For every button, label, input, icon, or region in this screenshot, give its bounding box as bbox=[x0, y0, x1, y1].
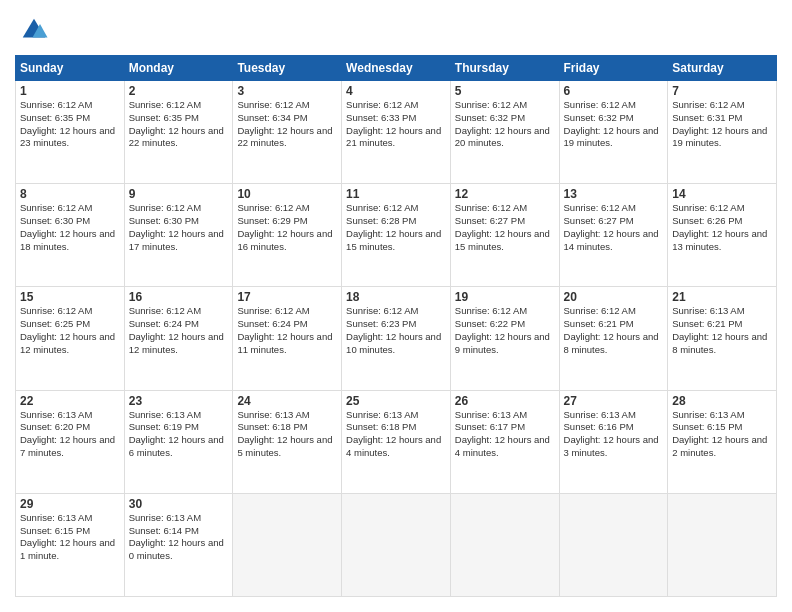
day-info: Sunrise: 6:12 AMSunset: 6:27 PMDaylight:… bbox=[564, 202, 664, 253]
day-number: 22 bbox=[20, 394, 120, 408]
calendar-week-row: 1Sunrise: 6:12 AMSunset: 6:35 PMDaylight… bbox=[16, 81, 777, 184]
day-info: Sunrise: 6:12 AMSunset: 6:21 PMDaylight:… bbox=[564, 305, 664, 356]
day-number: 17 bbox=[237, 290, 337, 304]
calendar-header-cell: Sunday bbox=[16, 56, 125, 81]
calendar-day-cell: 5Sunrise: 6:12 AMSunset: 6:32 PMDaylight… bbox=[450, 81, 559, 184]
day-number: 25 bbox=[346, 394, 446, 408]
calendar-day-cell bbox=[559, 493, 668, 596]
day-info: Sunrise: 6:12 AMSunset: 6:22 PMDaylight:… bbox=[455, 305, 555, 356]
day-info: Sunrise: 6:12 AMSunset: 6:29 PMDaylight:… bbox=[237, 202, 337, 253]
calendar-day-cell: 28Sunrise: 6:13 AMSunset: 6:15 PMDayligh… bbox=[668, 390, 777, 493]
page: SundayMondayTuesdayWednesdayThursdayFrid… bbox=[0, 0, 792, 612]
day-info: Sunrise: 6:13 AMSunset: 6:17 PMDaylight:… bbox=[455, 409, 555, 460]
calendar-day-cell bbox=[233, 493, 342, 596]
calendar-header-cell: Thursday bbox=[450, 56, 559, 81]
day-number: 8 bbox=[20, 187, 120, 201]
day-number: 27 bbox=[564, 394, 664, 408]
day-info: Sunrise: 6:12 AMSunset: 6:24 PMDaylight:… bbox=[237, 305, 337, 356]
calendar-day-cell: 11Sunrise: 6:12 AMSunset: 6:28 PMDayligh… bbox=[342, 184, 451, 287]
day-number: 10 bbox=[237, 187, 337, 201]
day-info: Sunrise: 6:12 AMSunset: 6:35 PMDaylight:… bbox=[20, 99, 120, 150]
calendar-header-cell: Tuesday bbox=[233, 56, 342, 81]
day-number: 4 bbox=[346, 84, 446, 98]
calendar-day-cell: 15Sunrise: 6:12 AMSunset: 6:25 PMDayligh… bbox=[16, 287, 125, 390]
calendar-day-cell: 3Sunrise: 6:12 AMSunset: 6:34 PMDaylight… bbox=[233, 81, 342, 184]
calendar-day-cell: 18Sunrise: 6:12 AMSunset: 6:23 PMDayligh… bbox=[342, 287, 451, 390]
day-info: Sunrise: 6:12 AMSunset: 6:24 PMDaylight:… bbox=[129, 305, 229, 356]
day-info: Sunrise: 6:12 AMSunset: 6:35 PMDaylight:… bbox=[129, 99, 229, 150]
calendar-day-cell bbox=[668, 493, 777, 596]
calendar-day-cell: 29Sunrise: 6:13 AMSunset: 6:15 PMDayligh… bbox=[16, 493, 125, 596]
calendar-week-row: 29Sunrise: 6:13 AMSunset: 6:15 PMDayligh… bbox=[16, 493, 777, 596]
day-info: Sunrise: 6:13 AMSunset: 6:18 PMDaylight:… bbox=[237, 409, 337, 460]
day-number: 21 bbox=[672, 290, 772, 304]
calendar-day-cell: 22Sunrise: 6:13 AMSunset: 6:20 PMDayligh… bbox=[16, 390, 125, 493]
day-info: Sunrise: 6:13 AMSunset: 6:21 PMDaylight:… bbox=[672, 305, 772, 356]
calendar-week-row: 15Sunrise: 6:12 AMSunset: 6:25 PMDayligh… bbox=[16, 287, 777, 390]
calendar-day-cell: 4Sunrise: 6:12 AMSunset: 6:33 PMDaylight… bbox=[342, 81, 451, 184]
calendar-header-cell: Monday bbox=[124, 56, 233, 81]
day-info: Sunrise: 6:13 AMSunset: 6:14 PMDaylight:… bbox=[129, 512, 229, 563]
day-info: Sunrise: 6:12 AMSunset: 6:23 PMDaylight:… bbox=[346, 305, 446, 356]
calendar-day-cell: 23Sunrise: 6:13 AMSunset: 6:19 PMDayligh… bbox=[124, 390, 233, 493]
calendar-week-row: 8Sunrise: 6:12 AMSunset: 6:30 PMDaylight… bbox=[16, 184, 777, 287]
day-number: 15 bbox=[20, 290, 120, 304]
day-number: 1 bbox=[20, 84, 120, 98]
day-number: 24 bbox=[237, 394, 337, 408]
day-info: Sunrise: 6:12 AMSunset: 6:31 PMDaylight:… bbox=[672, 99, 772, 150]
calendar-header-cell: Saturday bbox=[668, 56, 777, 81]
calendar-day-cell: 9Sunrise: 6:12 AMSunset: 6:30 PMDaylight… bbox=[124, 184, 233, 287]
day-info: Sunrise: 6:13 AMSunset: 6:20 PMDaylight:… bbox=[20, 409, 120, 460]
day-info: Sunrise: 6:12 AMSunset: 6:25 PMDaylight:… bbox=[20, 305, 120, 356]
day-info: Sunrise: 6:12 AMSunset: 6:33 PMDaylight:… bbox=[346, 99, 446, 150]
day-info: Sunrise: 6:12 AMSunset: 6:34 PMDaylight:… bbox=[237, 99, 337, 150]
logo bbox=[15, 15, 49, 45]
day-number: 6 bbox=[564, 84, 664, 98]
calendar-week-row: 22Sunrise: 6:13 AMSunset: 6:20 PMDayligh… bbox=[16, 390, 777, 493]
calendar-day-cell: 27Sunrise: 6:13 AMSunset: 6:16 PMDayligh… bbox=[559, 390, 668, 493]
day-number: 5 bbox=[455, 84, 555, 98]
calendar-day-cell: 1Sunrise: 6:12 AMSunset: 6:35 PMDaylight… bbox=[16, 81, 125, 184]
day-number: 2 bbox=[129, 84, 229, 98]
day-number: 19 bbox=[455, 290, 555, 304]
day-info: Sunrise: 6:13 AMSunset: 6:18 PMDaylight:… bbox=[346, 409, 446, 460]
calendar-day-cell: 16Sunrise: 6:12 AMSunset: 6:24 PMDayligh… bbox=[124, 287, 233, 390]
calendar-day-cell: 10Sunrise: 6:12 AMSunset: 6:29 PMDayligh… bbox=[233, 184, 342, 287]
calendar-header-cell: Friday bbox=[559, 56, 668, 81]
calendar-day-cell: 7Sunrise: 6:12 AMSunset: 6:31 PMDaylight… bbox=[668, 81, 777, 184]
day-number: 14 bbox=[672, 187, 772, 201]
calendar-day-cell: 17Sunrise: 6:12 AMSunset: 6:24 PMDayligh… bbox=[233, 287, 342, 390]
logo-icon bbox=[19, 15, 49, 45]
day-number: 30 bbox=[129, 497, 229, 511]
calendar-day-cell: 12Sunrise: 6:12 AMSunset: 6:27 PMDayligh… bbox=[450, 184, 559, 287]
day-number: 3 bbox=[237, 84, 337, 98]
day-info: Sunrise: 6:12 AMSunset: 6:27 PMDaylight:… bbox=[455, 202, 555, 253]
day-number: 7 bbox=[672, 84, 772, 98]
calendar-day-cell: 21Sunrise: 6:13 AMSunset: 6:21 PMDayligh… bbox=[668, 287, 777, 390]
calendar-table: SundayMondayTuesdayWednesdayThursdayFrid… bbox=[15, 55, 777, 597]
day-number: 12 bbox=[455, 187, 555, 201]
calendar-header-cell: Wednesday bbox=[342, 56, 451, 81]
day-number: 20 bbox=[564, 290, 664, 304]
day-number: 11 bbox=[346, 187, 446, 201]
calendar-day-cell: 2Sunrise: 6:12 AMSunset: 6:35 PMDaylight… bbox=[124, 81, 233, 184]
day-number: 23 bbox=[129, 394, 229, 408]
calendar-day-cell: 14Sunrise: 6:12 AMSunset: 6:26 PMDayligh… bbox=[668, 184, 777, 287]
calendar-day-cell: 25Sunrise: 6:13 AMSunset: 6:18 PMDayligh… bbox=[342, 390, 451, 493]
day-info: Sunrise: 6:12 AMSunset: 6:28 PMDaylight:… bbox=[346, 202, 446, 253]
day-number: 13 bbox=[564, 187, 664, 201]
calendar-day-cell: 30Sunrise: 6:13 AMSunset: 6:14 PMDayligh… bbox=[124, 493, 233, 596]
day-number: 18 bbox=[346, 290, 446, 304]
day-info: Sunrise: 6:12 AMSunset: 6:32 PMDaylight:… bbox=[455, 99, 555, 150]
day-info: Sunrise: 6:13 AMSunset: 6:15 PMDaylight:… bbox=[672, 409, 772, 460]
day-number: 29 bbox=[20, 497, 120, 511]
calendar-day-cell: 8Sunrise: 6:12 AMSunset: 6:30 PMDaylight… bbox=[16, 184, 125, 287]
day-info: Sunrise: 6:13 AMSunset: 6:15 PMDaylight:… bbox=[20, 512, 120, 563]
calendar-day-cell: 24Sunrise: 6:13 AMSunset: 6:18 PMDayligh… bbox=[233, 390, 342, 493]
day-info: Sunrise: 6:12 AMSunset: 6:30 PMDaylight:… bbox=[20, 202, 120, 253]
day-info: Sunrise: 6:12 AMSunset: 6:32 PMDaylight:… bbox=[564, 99, 664, 150]
day-info: Sunrise: 6:12 AMSunset: 6:26 PMDaylight:… bbox=[672, 202, 772, 253]
calendar-day-cell bbox=[342, 493, 451, 596]
calendar-day-cell: 6Sunrise: 6:12 AMSunset: 6:32 PMDaylight… bbox=[559, 81, 668, 184]
calendar-day-cell bbox=[450, 493, 559, 596]
